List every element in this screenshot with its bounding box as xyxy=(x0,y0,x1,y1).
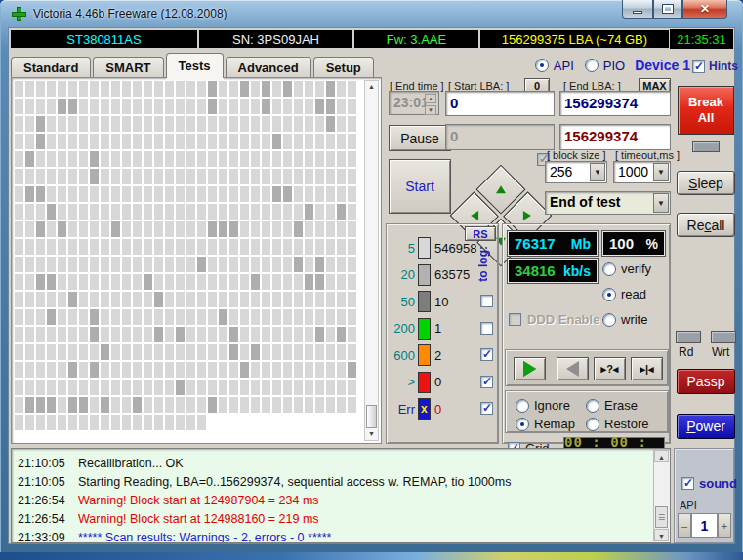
verify-radio[interactable] xyxy=(602,262,616,276)
block-cell xyxy=(79,134,88,149)
block-cell xyxy=(36,204,45,220)
titlebar[interactable]: Victoria 4.46b Freeware (12.08.2008) ✕ xyxy=(0,0,743,27)
block-cell xyxy=(326,380,335,395)
block-cell xyxy=(90,239,99,255)
scroll-thumb[interactable]: ☰ xyxy=(655,506,668,528)
read-radio[interactable] xyxy=(602,288,616,301)
tab-smart[interactable]: SMART xyxy=(93,57,163,78)
start-button[interactable]: Start xyxy=(389,159,451,214)
block-size-select[interactable]: 256 ▼ xyxy=(545,161,607,183)
block-cell xyxy=(58,169,66,184)
maximize-button[interactable] xyxy=(653,0,682,19)
block-cell xyxy=(337,257,346,272)
ddd-enable-checkbox[interactable] xyxy=(509,313,521,326)
legend-log-checkbox[interactable] xyxy=(480,322,493,335)
block-cell xyxy=(229,204,238,220)
api-radio[interactable] xyxy=(535,59,549,72)
pio-radio[interactable] xyxy=(585,59,599,72)
block-cell xyxy=(262,134,270,149)
legend-log-checkbox[interactable] xyxy=(480,402,493,415)
remap-radio[interactable] xyxy=(516,418,529,431)
block-cell xyxy=(240,239,249,255)
block-cell xyxy=(47,257,56,272)
tab-tests[interactable]: Tests xyxy=(166,53,224,78)
block-cell xyxy=(25,134,34,149)
minimize-button[interactable] xyxy=(622,0,653,19)
pause-button[interactable]: Pause xyxy=(389,125,451,151)
block-cell xyxy=(294,362,303,378)
seek-end-button[interactable]: ▸|◂ xyxy=(631,357,663,380)
ignore-radio[interactable] xyxy=(516,399,529,413)
passp-button[interactable]: Passp xyxy=(677,369,735,394)
log-scrollbar[interactable]: ▲ ☰ ▼ xyxy=(653,450,669,541)
tab-advanced[interactable]: Advanced xyxy=(226,57,311,78)
timeout-select[interactable]: 1000 ▼ xyxy=(613,161,671,183)
block-cell xyxy=(144,397,152,413)
block-cell xyxy=(133,309,142,325)
legend-log-checkbox[interactable] xyxy=(480,295,493,307)
ignore-label: Ignore xyxy=(534,398,570,413)
tab-standard[interactable]: Standard xyxy=(11,57,91,78)
block-cell xyxy=(294,309,303,325)
block-cell xyxy=(122,344,131,360)
block-cell xyxy=(176,204,185,220)
sleep-button[interactable]: Sleep xyxy=(677,171,735,195)
block-cell xyxy=(133,362,142,378)
block-cell xyxy=(272,274,281,290)
scroll-down-icon[interactable]: ▼ xyxy=(365,428,378,440)
block-cell xyxy=(186,292,195,307)
block-cell xyxy=(315,380,324,395)
block-cell xyxy=(283,257,292,272)
block-cell xyxy=(176,239,185,255)
block-cell xyxy=(197,397,206,413)
restore-radio[interactable] xyxy=(586,418,599,431)
end-time-spinner[interactable]: 23:01 ▲▼ xyxy=(389,91,439,115)
block-cell xyxy=(144,415,152,430)
block-cell xyxy=(122,397,131,413)
block-map-scrollbar[interactable]: ▲ ▼ xyxy=(364,80,379,441)
dropdown-arrow-icon[interactable]: ▼ xyxy=(653,193,669,213)
block-cell xyxy=(165,239,174,255)
recall-button[interactable]: Recall xyxy=(677,213,735,237)
hints-checkbox[interactable] xyxy=(692,60,705,73)
tab-setup[interactable]: Setup xyxy=(313,57,374,78)
end-action-select[interactable]: End of test ▼ xyxy=(545,191,671,215)
scroll-up-icon[interactable]: ▲ xyxy=(365,81,378,93)
block-cell xyxy=(315,239,324,255)
erase-radio[interactable] xyxy=(586,399,599,413)
write-radio[interactable] xyxy=(602,313,616,327)
scroll-down-icon[interactable]: ▼ xyxy=(654,529,669,541)
log-message: Recallibration... OK xyxy=(78,457,184,470)
block-cell xyxy=(272,221,281,237)
up-arrow-icon xyxy=(496,185,506,193)
block-cell xyxy=(68,257,77,272)
sound-checkbox[interactable] xyxy=(681,477,694,490)
legend-log-checkbox[interactable] xyxy=(480,376,493,388)
legend-row: 2001 xyxy=(391,317,441,340)
api-number-increment[interactable]: + xyxy=(718,513,731,538)
break-all-button[interactable]: Break All xyxy=(678,86,734,135)
legend-log-checkbox[interactable] xyxy=(480,348,493,361)
close-button[interactable]: ✕ xyxy=(682,0,727,19)
block-cell xyxy=(272,362,281,378)
end-lba-input[interactable]: 156299374 xyxy=(559,91,671,116)
block-cell xyxy=(111,134,120,149)
api-number-decrement[interactable]: – xyxy=(678,513,691,538)
block-cell xyxy=(68,239,77,255)
seek-question-button[interactable]: ▸?◂ xyxy=(594,357,626,380)
block-cell xyxy=(176,169,185,184)
dropdown-arrow-icon[interactable]: ▼ xyxy=(590,163,605,181)
dropdown-arrow-icon[interactable]: ▼ xyxy=(653,163,669,181)
scroll-thumb[interactable] xyxy=(366,405,377,428)
block-cell xyxy=(251,380,260,395)
block-cell xyxy=(58,257,66,272)
legend-row: >0 xyxy=(391,371,441,394)
block-cell xyxy=(165,415,174,430)
back-button[interactable] xyxy=(557,357,589,380)
power-button[interactable]: Power xyxy=(677,414,735,439)
block-cell xyxy=(176,99,185,114)
scroll-up-icon[interactable]: ▲ xyxy=(654,450,669,462)
end-time-spin-icons[interactable]: ▲▼ xyxy=(425,94,436,115)
play-button[interactable] xyxy=(514,357,546,380)
start-lba-input[interactable]: 0 xyxy=(445,91,555,116)
